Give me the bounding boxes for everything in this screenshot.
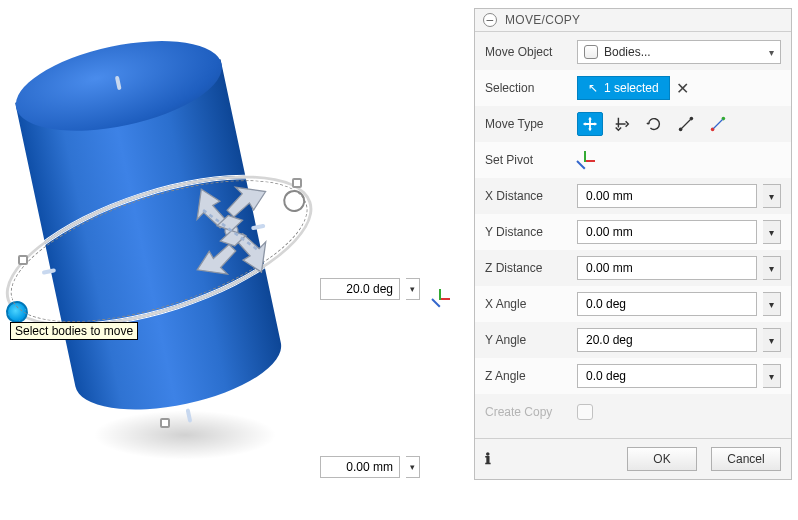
collapse-icon[interactable]: – <box>483 13 497 27</box>
selection-label: Selection <box>485 81 577 95</box>
cylinder-body[interactable] <box>6 15 295 450</box>
inline-distance-dropdown[interactable]: ▾ <box>406 456 420 478</box>
x-distance-label: X Distance <box>485 189 577 203</box>
panel-title: MOVE/COPY <box>505 13 580 27</box>
x-distance-dropdown[interactable]: ▾ <box>763 184 781 208</box>
svg-marker-3 <box>223 181 270 218</box>
z-distance-label: Z Distance <box>485 261 577 275</box>
clear-selection-button[interactable]: ✕ <box>676 79 689 98</box>
x-distance-input[interactable] <box>577 184 757 208</box>
svg-marker-2 <box>193 243 240 280</box>
x-angle-dropdown[interactable]: ▾ <box>763 292 781 316</box>
move-object-label: Move Object <box>485 45 577 59</box>
viewport-3d[interactable]: Select bodies to move ▾ ▾ <box>0 0 470 520</box>
y-distance-input[interactable] <box>577 220 757 244</box>
selection-count: 1 selected <box>604 81 659 95</box>
inline-angle-input[interactable]: ▾ <box>320 278 432 300</box>
y-angle-label: Y Angle <box>485 333 577 347</box>
move-type-toolbar <box>577 112 781 136</box>
move-type-point-to-point[interactable] <box>673 112 699 136</box>
z-angle-label: Z Angle <box>485 369 577 383</box>
move-type-point-to-position[interactable] <box>705 112 731 136</box>
z-distance-input[interactable] <box>577 256 757 280</box>
ok-button[interactable]: OK <box>627 447 697 471</box>
y-angle-input[interactable] <box>577 328 757 352</box>
move-copy-panel: – MOVE/COPY Move Object Bodies... ▾ Sele… <box>474 8 792 480</box>
cursor-icon: ↖ <box>588 81 598 95</box>
bodies-icon <box>584 45 598 59</box>
y-distance-label: Y Distance <box>485 225 577 239</box>
create-copy-checkbox[interactable] <box>577 404 593 420</box>
y-distance-dropdown[interactable]: ▾ <box>763 220 781 244</box>
move-object-combo[interactable]: Bodies... ▾ <box>577 40 781 64</box>
inline-distance-input[interactable]: ▾ <box>320 456 420 478</box>
x-angle-label: X Angle <box>485 297 577 311</box>
x-angle-input[interactable] <box>577 292 757 316</box>
move-gizmo[interactable] <box>154 154 308 308</box>
z-distance-dropdown[interactable]: ▾ <box>763 256 781 280</box>
move-type-rotate[interactable] <box>641 112 667 136</box>
inline-angle-field[interactable] <box>320 278 400 300</box>
panel-header[interactable]: – MOVE/COPY <box>475 9 791 32</box>
y-angle-dropdown[interactable]: ▾ <box>763 328 781 352</box>
create-copy-label: Create Copy <box>485 405 577 419</box>
z-angle-input[interactable] <box>577 364 757 388</box>
set-pivot-label: Set Pivot <box>485 153 577 167</box>
chevron-down-icon: ▾ <box>769 47 774 58</box>
move-type-label: Move Type <box>485 117 577 131</box>
z-angle-dropdown[interactable]: ▾ <box>763 364 781 388</box>
manipulator-handle[interactable] <box>160 418 170 428</box>
hover-tooltip: Select bodies to move <box>10 322 138 340</box>
inline-distance-field[interactable] <box>320 456 400 478</box>
move-object-value: Bodies... <box>604 45 651 59</box>
set-pivot-button[interactable] <box>577 151 595 169</box>
inline-angle-dropdown[interactable]: ▾ <box>406 278 420 300</box>
info-icon[interactable]: ℹ <box>485 450 491 468</box>
cancel-button[interactable]: Cancel <box>711 447 781 471</box>
manipulator-handle[interactable] <box>292 178 302 188</box>
selection-chip[interactable]: ↖ 1 selected <box>577 76 670 100</box>
move-type-translate[interactable] <box>609 112 635 136</box>
move-type-free[interactable] <box>577 112 603 136</box>
manipulator-handle[interactable] <box>18 255 28 265</box>
